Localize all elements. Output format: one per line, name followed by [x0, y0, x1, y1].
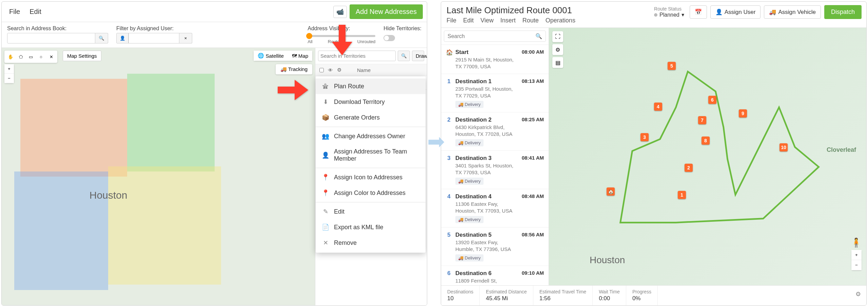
stop-address: 6430 Kirkpatrick Blvd, Houston, TX 77028…: [455, 124, 518, 137]
circle-tool[interactable]: ○: [36, 52, 46, 61]
marker-home[interactable]: 🏠: [607, 187, 615, 196]
satellite-button[interactable]: 🌐Satellite: [254, 51, 288, 61]
pegman-icon[interactable]: 🧍: [851, 237, 862, 248]
rect-tool[interactable]: ▭: [26, 52, 36, 61]
assign-user-button[interactable]: 👤Assign User: [710, 5, 761, 19]
marker-7[interactable]: 7: [698, 116, 706, 124]
dispatch-button[interactable]: Dispatch: [824, 5, 862, 19]
route-icon: 🛣: [322, 83, 329, 90]
stop-item[interactable]: 3 Destination 3 3401 Sparks St, Houston,…: [441, 151, 549, 189]
ctx-change-owner[interactable]: 👥Change Addresses Owner: [316, 128, 426, 144]
map-area[interactable]: Houston ✋ ⬠ ▭ ○ ✕ Map Settings + − 🌐Sate…: [2, 48, 315, 305]
tracking-button[interactable]: 🚚 Tracking: [276, 64, 312, 74]
stops-column: 🔍 🏠 Start 2915 N Main St, Houston, TX 77…: [441, 28, 549, 285]
stop-item[interactable]: 6 Destination 6 11809 Ferndell St, Houst…: [441, 266, 549, 285]
rmenu-insert[interactable]: Insert: [500, 17, 516, 24]
add-addresses-button[interactable]: Add New Addresses: [350, 4, 423, 19]
stats-settings-button[interactable]: ⚙: [850, 286, 866, 305]
stop-item[interactable]: 🏠 Start 2915 N Main St, Houston, TX 7700…: [441, 45, 549, 74]
marker-8[interactable]: 8: [702, 137, 710, 145]
stop-item[interactable]: 1 Destination 1 235 Portwall St, Houston…: [441, 74, 549, 112]
hide-terr-label: Hide Territories:: [383, 25, 421, 32]
territory-search-input[interactable]: [318, 51, 396, 61]
marker-4[interactable]: 4: [654, 103, 662, 111]
marker-6[interactable]: 6: [708, 96, 716, 104]
marker-3[interactable]: 3: [640, 133, 649, 141]
delivery-tag: 🚚 Delivery: [455, 216, 484, 223]
territory-search-button[interactable]: 🔍: [398, 51, 410, 61]
search-input[interactable]: [7, 33, 95, 43]
route-map[interactable]: 🏠 1 2 3 4 5 6 7 8 9 10 ⛶ ⚙ ▤ Houston Clo…: [549, 28, 866, 285]
search-button[interactable]: 🔍: [95, 33, 108, 43]
menu-edit[interactable]: Edit: [26, 6, 44, 17]
calendar-button[interactable]: 📅: [690, 5, 707, 19]
marker-5[interactable]: 5: [668, 62, 676, 70]
address-book-panel: File Edit 📹 Add New Addresses Search in …: [1, 1, 427, 306]
stop-item[interactable]: 5 Destination 5 13920 Eastex Fwy, Humble…: [441, 228, 549, 266]
ctx-remove[interactable]: ✕Remove: [316, 235, 426, 251]
filter-bar: Search in Address Book: 🔍 Filter by Assi…: [2, 22, 427, 48]
map-button[interactable]: 🗺Map: [288, 51, 312, 61]
marker-2[interactable]: 2: [685, 164, 693, 172]
rmenu-route[interactable]: Route: [522, 17, 539, 24]
rmenu-view[interactable]: View: [480, 17, 494, 24]
route-status[interactable]: Route Status Planned ▾: [654, 6, 684, 18]
status-dot: [654, 13, 657, 17]
settings-button[interactable]: ⚙: [552, 44, 563, 55]
stop-time: 08:56 AM: [522, 232, 544, 261]
route-zoom-control: + −: [851, 250, 862, 270]
zoom-out-button[interactable]: −: [4, 74, 14, 83]
camera-button[interactable]: 📹: [333, 6, 347, 18]
fullscreen-button[interactable]: ⛶: [552, 31, 563, 42]
hand-tool[interactable]: ✋: [6, 52, 15, 61]
zoom-in-button[interactable]: +: [4, 64, 14, 74]
marker-10[interactable]: 10: [780, 143, 788, 151]
menu-file[interactable]: File: [6, 6, 23, 17]
layers-button[interactable]: ▤: [552, 57, 563, 68]
rmenu-file[interactable]: File: [447, 17, 456, 24]
ctx-edit[interactable]: ✎Edit: [316, 204, 426, 219]
stops-search-input[interactable]: [448, 33, 535, 39]
polygon-tool[interactable]: ⬠: [16, 52, 25, 61]
ctx-assign-team[interactable]: 👤Assign Addresses To Team Member: [316, 144, 426, 166]
assign-vehicle-button[interactable]: 🚚Assign Vehicle: [764, 5, 821, 19]
stop-name: Start: [455, 49, 518, 56]
pin-icon: 📍: [322, 189, 329, 197]
stop-number: 2: [446, 116, 452, 146]
clear-tool[interactable]: ✕: [46, 52, 56, 61]
delivery-tag: 🚚 Delivery: [455, 139, 484, 146]
rmenu-edit[interactable]: Edit: [463, 17, 474, 24]
marker-1[interactable]: 1: [678, 191, 686, 199]
map-settings-button[interactable]: Map Settings: [63, 51, 101, 61]
rmenu-operations[interactable]: Operations: [546, 17, 575, 24]
stop-name: Destination 6: [455, 270, 518, 277]
user-icon-button[interactable]: 👤: [116, 33, 129, 43]
marker-9[interactable]: 9: [739, 109, 747, 118]
ctx-download-territory[interactable]: ⬇Download Territory: [316, 94, 426, 110]
stops-list[interactable]: 🏠 Start 2915 N Main St, Houston, TX 7700…: [441, 45, 549, 285]
ctx-generate-orders[interactable]: 📦Generate Orders: [316, 110, 426, 125]
stat-distance: Estimated Distance 45.45 Mi: [480, 286, 533, 305]
team-icon: 👤: [322, 151, 329, 159]
stop-time: 09:10 AM: [522, 270, 544, 285]
search-icon[interactable]: 🔍: [535, 33, 542, 39]
search-icon: 🔍: [99, 36, 104, 41]
delivery-tag: 🚚 Delivery: [455, 101, 484, 108]
clear-filter-button[interactable]: ×: [179, 33, 192, 43]
delivery-tag: 🚚 Delivery: [455, 254, 484, 261]
hide-territories-toggle[interactable]: [383, 35, 395, 41]
stop-item[interactable]: 2 Destination 2 6430 Kirkpatrick Blvd, H…: [441, 112, 549, 151]
ctx-assign-icon[interactable]: 📍Assign Icon to Addresses: [316, 169, 426, 185]
zoom-in-button[interactable]: +: [851, 250, 862, 260]
stop-time: 08:41 AM: [522, 155, 544, 185]
ctx-assign-color[interactable]: 📍Assign Color to Addresses: [316, 185, 426, 201]
ctx-export-kml[interactable]: 📄Export as KML file: [316, 219, 426, 235]
stop-item[interactable]: 4 Destination 4 11306 Eastex Fwy, Housto…: [441, 189, 549, 228]
ctx-plan-route[interactable]: 🛣Plan Route: [316, 78, 426, 94]
select-all-checkbox[interactable]: [319, 68, 324, 72]
user-filter-input[interactable]: [129, 33, 179, 43]
zoom-out-button[interactable]: −: [851, 260, 862, 270]
kml-icon: 📄: [322, 223, 329, 231]
gear-icon: ⚙: [337, 67, 341, 73]
draw-territory-button[interactable]: Draw New Territory: [412, 51, 424, 61]
